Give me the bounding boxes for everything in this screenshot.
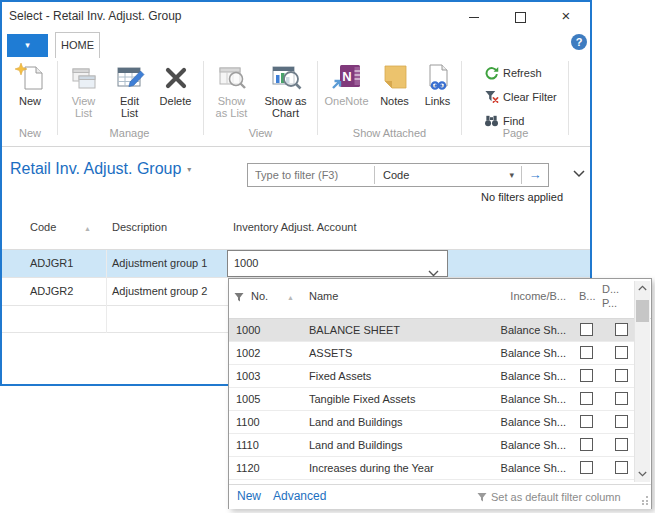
column-separator	[106, 250, 107, 333]
account-value: 1000	[234, 251, 258, 276]
filter-input[interactable]	[248, 164, 374, 186]
account-edit-cell[interactable]: 1000	[227, 250, 448, 277]
onenote-button[interactable]: N OneNote	[321, 61, 372, 125]
lookup-row[interactable]: 1100Land and BuildingsBalance Sh...	[229, 411, 634, 434]
new-button[interactable]: New	[8, 61, 52, 125]
lookup-row[interactable]: 1005Tangible Fixed AssetsBalance Sh...	[229, 388, 634, 411]
lookup-checkbox-b[interactable]	[580, 438, 593, 451]
lookup-rows: 1000BALANCE SHEETBalance Sh...1002ASSETS…	[229, 319, 634, 484]
table-magnifier-icon	[216, 62, 248, 94]
close-button[interactable]: ×	[554, 6, 578, 26]
lookup-checkbox-b[interactable]	[580, 346, 593, 359]
column-header-code[interactable]: Code	[30, 221, 56, 233]
apply-filter-button[interactable]: →	[522, 164, 548, 186]
scrollbar-thumb[interactable]	[636, 300, 649, 322]
page-title[interactable]: Retail Inv. Adjust. Group▾	[10, 160, 191, 178]
lookup-checkbox-b[interactable]	[580, 461, 593, 474]
expand-header-button[interactable]	[573, 168, 585, 180]
edit-list-button[interactable]: Edit List	[107, 61, 152, 125]
lookup-checkbox-d[interactable]	[615, 369, 628, 382]
column-header-description[interactable]: Description	[112, 221, 167, 233]
lookup-cell-name: ASSETS	[309, 342, 352, 364]
button-label: Refresh	[503, 67, 542, 79]
filter-funnel-icon	[477, 492, 487, 504]
cell-code: ADJGR1	[30, 250, 73, 277]
set-default-filter-column[interactable]: Set as default filter column	[491, 491, 621, 503]
chevron-down-icon: ▾	[509, 164, 514, 186]
clear-filter-button[interactable]: Clear Filter	[484, 89, 557, 107]
lookup-checkbox-b[interactable]	[580, 323, 593, 336]
help-button[interactable]: ?	[571, 34, 587, 50]
resize-grip[interactable]	[640, 495, 649, 507]
button-label: Show as List	[212, 95, 252, 119]
delete-button[interactable]: Delete	[153, 61, 198, 125]
lookup-column-d-line2[interactable]: P...	[602, 297, 617, 309]
lookup-scrollbar[interactable]	[634, 281, 650, 482]
button-label: Delete	[153, 95, 198, 107]
column-header-account[interactable]: Inventory Adjust. Account	[233, 221, 357, 233]
lookup-cell-income-balance: Balance Sh...	[478, 434, 566, 456]
lookup-row[interactable]: 1003Fixed AssetsBalance Sh...	[229, 365, 634, 388]
chevron-up-icon	[638, 285, 647, 291]
lookup-row[interactable]: 1110Land and BuildingsBalance Sh...	[229, 434, 634, 457]
lookup-checkbox-d[interactable]	[615, 461, 628, 474]
filter-funnel-icon[interactable]	[234, 292, 244, 304]
maximize-icon	[515, 12, 526, 23]
lookup-cell-no: 1110	[236, 434, 259, 456]
lookup-checkbox-b[interactable]	[580, 415, 593, 428]
lookup-column-b[interactable]: B...	[579, 290, 596, 302]
lookup-column-d-line1[interactable]: D...	[602, 283, 619, 295]
lookup-cell-no: 1002	[236, 342, 260, 364]
show-as-chart-button[interactable]: Show as Chart	[257, 61, 314, 125]
filter-column-value: Code	[383, 169, 409, 181]
button-label: Links	[417, 95, 458, 107]
lookup-row[interactable]: 1000BALANCE SHEETBalance Sh...	[229, 319, 634, 342]
lookup-checkbox-d[interactable]	[615, 438, 628, 451]
lookup-checkbox-b[interactable]	[580, 392, 593, 405]
lookup-column-income-balance[interactable]: Income/B...	[478, 290, 566, 302]
maximize-button[interactable]	[508, 6, 532, 26]
button-label: Find	[503, 115, 524, 127]
lookup-checkbox-d[interactable]	[615, 346, 628, 359]
lookup-advanced-link[interactable]: Advanced	[273, 489, 326, 503]
minimize-icon	[469, 17, 479, 18]
tab-home[interactable]: HOME	[55, 32, 100, 58]
refresh-button[interactable]: Refresh	[484, 65, 542, 83]
lookup-checkbox-d[interactable]	[615, 415, 628, 428]
scroll-down-button[interactable]	[635, 467, 650, 482]
chevron-down-icon	[573, 170, 585, 178]
lookup-row[interactable]: 1120Increases during the YearBalance Sh.…	[229, 457, 634, 480]
group-label-show-attached: Show Attached	[321, 127, 458, 139]
lookup-column-name[interactable]: Name	[309, 290, 338, 302]
view-list-button[interactable]: View List	[61, 61, 106, 125]
lookup-checkbox-d[interactable]	[615, 392, 628, 405]
application-menu-button[interactable]: ▾	[7, 34, 48, 57]
button-label: View List	[67, 95, 101, 119]
lookup-column-no[interactable]: No.	[251, 290, 268, 302]
button-label: Show as Chart	[261, 95, 311, 119]
view-list-icon	[68, 62, 100, 94]
cell-description: Adjustment group 1	[112, 250, 207, 277]
new-document-icon	[14, 62, 46, 94]
caret-down-icon: ▾	[25, 40, 30, 50]
lookup-new-link[interactable]: New	[237, 489, 261, 503]
links-button[interactable]: Links	[417, 61, 458, 125]
lookup-cell-income-balance: Balance Sh...	[478, 319, 566, 341]
notes-button[interactable]: Notes	[373, 61, 416, 125]
onenote-icon: N	[331, 62, 363, 94]
document-link-icon	[422, 62, 454, 94]
show-as-list-button[interactable]: Show as List	[207, 61, 256, 125]
lookup-cell-name: Land and Buildings	[309, 411, 403, 433]
lookup-row[interactable]: 1002ASSETSBalance Sh...	[229, 342, 634, 365]
scroll-up-button[interactable]	[635, 281, 650, 296]
edit-list-icon	[114, 62, 146, 94]
filter-column-select[interactable]: Code▾	[375, 164, 521, 186]
lookup-checkbox-b[interactable]	[580, 369, 593, 382]
ribbon-separator	[317, 61, 318, 135]
button-label: OneNote	[321, 95, 372, 107]
minimize-button[interactable]	[462, 6, 486, 26]
lookup-checkbox-d[interactable]	[615, 323, 628, 336]
lookup-cell-income-balance: Balance Sh...	[478, 457, 566, 479]
cell-code: ADJGR2	[30, 278, 73, 305]
delete-x-icon	[160, 62, 192, 94]
